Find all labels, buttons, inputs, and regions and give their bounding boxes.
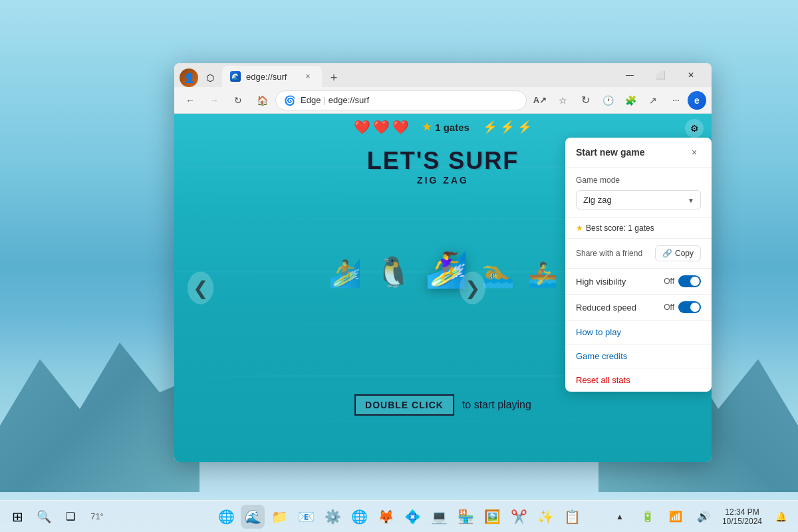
settings-panel-close-button[interactable]: × [688,146,701,159]
game-hud: ❤️ ❤️ ❤️ ★ 1 gates ⚡ ⚡ ⚡ ⚙ [174,114,712,140]
tab-close-button[interactable]: × [302,70,314,82]
taskbar: ⊞ 🔍 ❑ 71° 🌐 🌊 📁 📧 ⚙️ 🌐 🦊 💠 💻 🏪 🖼️ ✂️ ✨ 📋… [0,500,798,532]
taskbar-settings[interactable]: ⚙️ [321,505,344,529]
address-brand: Edge | edge://surf [301,95,369,105]
refresh-page-button[interactable]: ↻ [575,90,596,111]
profile-icon[interactable]: 👤 [180,68,198,87]
wifi-icon[interactable]: 📶 [664,505,688,529]
minimize-button[interactable]: — [614,63,645,87]
taskbar-center: 🌐 🌊 📁 📧 ⚙️ 🌐 🦊 💠 💻 🏪 🖼️ ✂️ ✨ 📋 [214,505,584,529]
taskbar-edge-icon-2[interactable]: 🌊 [241,505,265,529]
powerup-2: ⚡ [500,120,515,134]
refresh-button[interactable]: ↻ [227,90,249,111]
navigation-bar: ← → ↻ 🏠 🌀 Edge | edge://surf A↗ ☆ ↻ 🕐 🧩 … [174,87,712,114]
best-score-text: Best score: 1 gates [586,223,654,233]
volume-icon[interactable]: 🔊 [692,505,716,529]
character-penguin: 🐧 [375,257,412,287]
reduced-speed-label: Reduced speed [576,303,636,313]
extensions-button[interactable]: 🧩 [620,90,641,111]
start-button[interactable]: ⊞ [5,505,29,529]
character-next-button[interactable]: ❯ [460,272,485,305]
game-mode-select-wrapper[interactable]: Zig zag Endless Time trial ▼ [576,190,701,209]
reduced-speed-state: Off [664,303,674,312]
game-credits-link[interactable]: Game credits [565,344,712,368]
weather-widget[interactable]: 71° [85,505,109,529]
high-visibility-row: High visibility Off [565,269,712,295]
game-mode-select[interactable]: Zig zag Endless Time trial [576,190,701,209]
taskbar-mail[interactable]: 📧 [294,505,318,529]
clock-display[interactable]: 12:34 PM 10/15/2024 [720,505,765,529]
taskbar-right: ▲ 🔋 📶 🔊 12:34 PM 10/15/2024 🔔 [608,505,793,529]
reset-stats-link[interactable]: Reset all stats [565,368,712,392]
close-button[interactable]: ✕ [676,63,706,87]
share-label: Share with a friend [576,249,642,258]
start-instruction: DOUBLE CLICK to start playing [354,394,531,416]
search-button[interactable]: 🔍 [32,505,56,529]
settings-panel-header: Start new game × [565,138,712,168]
settings-gear-icon: ⚙ [690,123,699,134]
best-score-star-icon: ★ [576,223,583,233]
score-value: 1 gates [435,122,469,133]
taskbar-terminal[interactable]: 💻 [427,505,451,529]
system-tray-up[interactable]: ▲ [608,505,632,529]
link-icon: 🔗 [662,249,672,258]
window-controls: — ⬜ ✕ [614,63,706,87]
taskbar-firefox[interactable]: 🦊 [374,505,398,529]
forward-button[interactable]: → [203,90,225,111]
share-button[interactable]: ↗ [642,90,664,111]
battery-icon[interactable]: 🔋 [636,505,660,529]
settings-button[interactable]: ⚙ [685,119,704,138]
back-button[interactable]: ← [180,90,201,111]
taskbar-photos[interactable]: 🖼️ [480,505,504,529]
taskbar-left: ⊞ 🔍 ❑ 71° [5,505,109,529]
high-visibility-state: Off [664,277,674,286]
taskbar-app-1[interactable]: 💠 [400,505,424,529]
copy-button[interactable]: 🔗 Copy [655,245,701,261]
character-ghost-1: 🏄 [329,260,362,287]
settings-panel: Start new game × Game mode Zig zag Endle… [565,138,712,392]
history-button[interactable]: 🕐 [597,90,618,111]
taskbar-screen-clip[interactable]: ✂️ [507,505,531,529]
taskbar-store[interactable]: 🏪 [454,505,477,529]
address-url-text: edge://surf [329,95,369,105]
game-mode-section: Game mode Zig zag Endless Time trial ▼ [565,168,712,218]
read-aloud-button[interactable]: A↗ [529,90,551,111]
double-click-box: DOUBLE CLICK [354,394,454,416]
address-brand-text: Edge [301,95,321,105]
more-button[interactable]: ··· [665,90,686,111]
browser-tab-surf[interactable]: 🌊 edge://surf × [222,66,322,87]
nav-right-controls: A↗ ☆ ↻ 🕐 🧩 ↗ ··· e [529,90,706,111]
high-visibility-control: Off [664,275,701,287]
address-bar[interactable]: 🌀 Edge | edge://surf [275,90,527,110]
home-button[interactable]: 🏠 [251,90,273,111]
taskbar-clipboard[interactable]: 📋 [560,505,584,529]
time-display: 12:34 PM [722,507,762,517]
powerups-display: ⚡ ⚡ ⚡ [483,120,532,134]
edge-copilot-button[interactable]: e [688,91,706,110]
high-visibility-toggle[interactable] [678,275,701,287]
copy-label: Copy [675,249,694,258]
task-view-button[interactable]: ❑ [59,505,82,529]
heart-1: ❤️ [354,119,370,135]
taskbar-copilot[interactable]: ✨ [533,505,557,529]
taskbar-file-explorer[interactable]: 📁 [267,505,291,529]
new-tab-button[interactable]: + [325,68,343,87]
game-mode-label: Game mode [576,176,701,185]
share-row: Share with a friend 🔗 Copy [565,239,712,269]
how-to-play-link[interactable]: How to play [565,321,712,344]
collections-icon[interactable]: ⬡ [201,68,219,87]
lives-display: ❤️ ❤️ ❤️ [354,119,409,135]
start-instruction-text: to start playing [462,399,531,411]
taskbar-chrome[interactable]: 🌐 [347,505,371,529]
notification-button[interactable]: 🔔 [769,505,793,529]
powerup-1: ⚡ [483,120,497,134]
maximize-button[interactable]: ⬜ [645,63,676,87]
reduced-speed-toggle[interactable] [678,301,701,313]
best-score-display: ★ Best score: 1 gates [565,218,712,239]
character-ghost-2: 🏊 [481,260,515,287]
settings-panel-title: Start new game [576,147,644,158]
tab-title: edge://surf [246,72,297,82]
favorites-button[interactable]: ☆ [552,90,573,111]
taskbar-edge-icon[interactable]: 🌐 [214,505,238,529]
game-area: ❤️ ❤️ ❤️ ★ 1 gates ⚡ ⚡ ⚡ ⚙ LET'S SURF ZI… [174,114,712,462]
